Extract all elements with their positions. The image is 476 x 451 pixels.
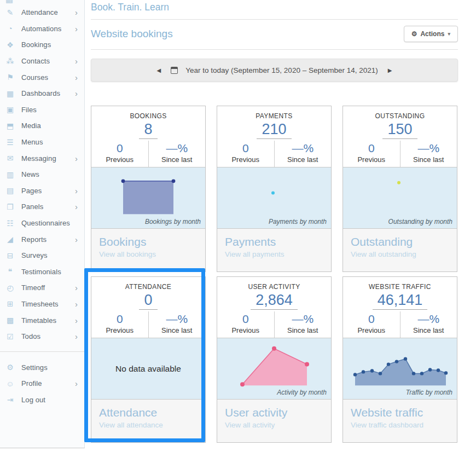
previous-label: Previous [217,326,274,334]
actions-button[interactable]: ⚙ Actions ▾ [404,26,458,42]
change-value: —% [400,142,457,155]
sidebar-item-news[interactable]: ▥ News [0,166,84,183]
sidebar-item-label: Contacts [21,57,75,65]
sidebar-item-label: Reports [21,235,75,244]
card-outstanding: OUTSTANDING 150 0 Previous —% Since last… [343,106,457,272]
card-value: 2,864 [251,291,298,310]
previous-label: Previous [91,155,148,164]
sidebar-item-label: Panels [21,203,75,211]
card-value: 46,141 [373,291,428,310]
sidebar-divider [0,351,84,352]
previous-period-arrow[interactable]: ◀ [155,65,164,76]
card-footer-title-link[interactable]: Website traffic [351,406,449,419]
sidebar-item-surveys[interactable]: ⊟ Surveys [0,247,84,264]
card-view-all-link[interactable]: View all outstanding [351,250,449,258]
sidebar-item-label: Pages [21,187,75,195]
card-footer-title-link[interactable]: Bookings [99,235,198,248]
sidebar-item-label: Dashboards [21,89,75,97]
chart-caption: Payments by month [269,218,327,226]
sidebar-item-icon: ▣ [5,105,15,114]
sidebar-item-todos[interactable]: ☑ Todos › [0,328,84,345]
sidebar-item-courses[interactable]: ⚑ Courses › [0,69,84,85]
sidebar-item-icon: ❖ [5,41,15,49]
sidebar-item-timetables[interactable]: ▩ Timetables › [0,312,84,328]
sidebar-item-icon: ⊞ [5,299,15,308]
sidebar-item-label: Log out [21,396,78,404]
sidebar-item-icon: ▩ [5,316,15,325]
sidebar-item-label: Timesheets [21,300,75,308]
previous-value: 0 [343,313,400,326]
sidebar: ▦ ✎ Attendance › ◔ Automations › ❖ Booki… [0,0,85,448]
card-footer-title-link[interactable]: Outstanding [351,235,449,248]
sidebar-item-label: Timetables [21,316,75,325]
sidebar-item-label: Timeoff [21,284,75,292]
main-content: Book. Train. Learn Website bookings ⚙ Ac… [85,1,476,82]
card-comparison: 0 Previous —% Since last [91,141,205,167]
card-title: PAYMENTS [217,112,331,120]
sidebar-item-icon: ▤ [5,186,15,195]
card-view-all-link[interactable]: View traffic dashboard [351,421,449,429]
sidebar-item-icon: ⇥ [5,395,15,404]
card-view-all-link[interactable]: View all attendance [99,421,198,429]
card-comparison: 0 Previous —% Since last [91,311,205,338]
change-value: —% [149,142,206,155]
chevron-right-icon: › [75,235,78,244]
sidebar-item-label: Menus [21,138,78,146]
card-footer-title-link[interactable]: Attendance [99,406,198,419]
sidebar-item-menus[interactable]: ☰ Menus [0,134,84,151]
card-view-all-link[interactable]: View all payments [225,250,323,258]
sidebar-item-settings[interactable]: ⚙ Settings [0,359,84,375]
sidebar-item-questionnaires[interactable]: ☷ Questionnaires [0,215,84,232]
change-value: —% [400,313,457,326]
sidebar-item-messaging[interactable]: ✉ Messaging › [0,150,84,166]
previous-label: Previous [217,155,274,164]
chart-caption: Traffic by month [406,389,452,396]
sidebar-item-logout[interactable]: ⇥ Log out [0,392,84,408]
sidebar-item-label: Questionnaires [21,219,78,227]
sidebar-item-dashboards[interactable]: ▦ Dashboards › [0,85,84,102]
card-footer-title-link[interactable]: Payments [225,235,323,248]
mini-chart-area: Activity by month [217,338,331,400]
sidebar-item-attendance[interactable]: ✎ Attendance › [0,4,84,21]
sidebar-item-profile[interactable]: ☺ Profile › [0,375,84,392]
sidebar-item-timesheets[interactable]: ⊞ Timesheets › [0,296,84,313]
sidebar-item-icon: ☑ [5,332,15,341]
sidebar-item-pages[interactable]: ▤ Pages › [0,183,84,199]
card-header: PAYMENTS 210 0 Previous —% Since last [217,106,331,167]
sidebar-item-media[interactable]: ⬒ Media [0,118,84,134]
sidebar-item-label: Profile [21,379,75,388]
sidebar-item-bookings[interactable]: ❖ Bookings [0,37,84,53]
chevron-right-icon: › [75,8,78,16]
mini-chart-area: Payments by month [217,167,331,229]
sidebar-item-automations[interactable]: ◔ Automations › [0,21,84,37]
sidebar-item-icon: ◔ [5,24,15,33]
card-payments: PAYMENTS 210 0 Previous —% Since last Pa… [217,106,332,272]
change-value: —% [275,313,332,326]
card-attendance: ATTENDANCE 0 0 Previous —% Since last No… [91,276,206,443]
next-period-arrow[interactable]: ▶ [386,65,394,76]
sidebar-item-icon: ❝ [5,267,15,276]
card-title: WEBSITE TRAFFIC [343,283,457,291]
sidebar-item-label: Bookings [21,41,78,49]
card-footer-title-link[interactable]: User activity [225,406,323,419]
sidebar-item-panels[interactable]: ❐ Panels › [0,199,84,215]
mini-chart-area: Outstanding by month [343,167,457,229]
card-view-all-link[interactable]: View all bookings [99,250,198,258]
card-value: 210 [257,120,291,139]
card-view-all-link[interactable]: View all activity [225,421,323,429]
actions-button-label: Actions [420,30,444,38]
sidebar-item-files[interactable]: ▣ Files [0,102,84,118]
sidebar-item-icon: ⁂ [5,57,15,66]
chevron-right-icon: › [75,57,78,65]
sidebar-item-icon: ▥ [5,170,15,179]
card-footer: Outstanding View all outstanding [343,229,457,271]
previous-value: 0 [343,142,400,155]
sidebar-item-timeoff[interactable]: ◴ Timeoff › [0,280,84,296]
sidebar-item-testimonials[interactable]: ❝ Testimonials [0,264,84,280]
previous-value: 0 [217,142,274,155]
sidebar-item-reports[interactable]: ◢ Reports › [0,231,84,247]
sidebar-item-icon: ⚙ [5,363,15,372]
sidebar-item-contacts[interactable]: ⁂ Contacts › [0,53,84,70]
sidebar-item-label: Media [21,122,78,130]
previous-label: Previous [343,326,400,334]
